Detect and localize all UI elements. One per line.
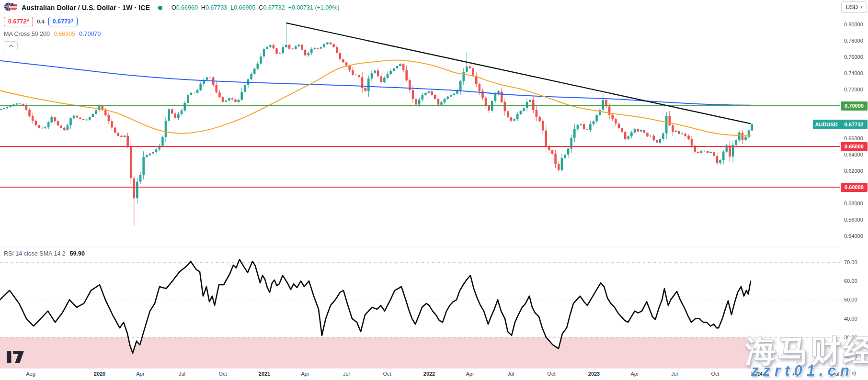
symbol-title: Australian Dollar / U.S. Dollar · 1W · I… xyxy=(22,4,150,11)
price-tick-0.80000: 0.80000 xyxy=(844,22,863,27)
ma200-value: 0.70070 xyxy=(79,31,101,37)
time-label-Aug: Aug xyxy=(26,371,35,377)
time-label-Jul: Jul xyxy=(671,371,678,377)
rsi-tick-40.00: 40.00 xyxy=(844,316,857,322)
time-label-Oct: Oct xyxy=(383,371,391,377)
time-label-2021: 2021 xyxy=(259,371,270,377)
time-label-Apr: Apr xyxy=(630,371,639,377)
time-axis[interactable]: Aug2020AprJulOct2021AprJulOct2022AprJulO… xyxy=(0,369,868,380)
currency-label: USD xyxy=(846,4,858,11)
time-label-2020: 2020 xyxy=(94,371,105,377)
rsi-indicator-label: RSI 14 close SMA 14 2 xyxy=(4,250,66,257)
ohlc-readout: O0.66960 H0.67733 L0.66905 C0.67732 +0.0… xyxy=(171,4,340,11)
pair-flags-icon xyxy=(4,2,18,13)
time-label-Jul: Jul xyxy=(507,371,514,377)
last-price-value: 0.67732 xyxy=(840,120,868,129)
rsi-current-value: 59.90 xyxy=(70,250,85,257)
price-tick-0.66000: 0.66000 xyxy=(844,135,863,141)
last-price-badge: AUDUSD0.67732 xyxy=(813,120,868,129)
rsi-tick-70.00: 70.00 xyxy=(844,259,857,265)
ma200-line xyxy=(0,61,751,105)
candles-series xyxy=(0,24,753,226)
time-label-Oct: Oct xyxy=(218,371,227,377)
ma-cross-label: MA Cross 50 200 xyxy=(4,31,50,37)
price-tick-0.58000: 0.58000 xyxy=(844,201,863,206)
price-tick-0.78000: 0.78000 xyxy=(844,38,863,44)
ma-cross-legend: MA Cross 50 200 0.66305 0.70070 xyxy=(4,31,339,37)
price-chart-canvas[interactable] xyxy=(0,0,868,380)
rsi-pane xyxy=(0,259,840,369)
level-badge-0.65000: 0.65000 xyxy=(841,142,868,151)
watermark-url: zzrt01.cn xyxy=(751,362,854,380)
symbol-legend: Australian Dollar / U.S. Dollar · 1W · I… xyxy=(4,2,339,50)
descending-trendline xyxy=(286,23,751,124)
tradingview-chart-window: Australian Dollar / U.S. Dollar · 1W · I… xyxy=(0,0,868,380)
time-label-Jul: Jul xyxy=(343,371,350,377)
price-tick-0.62000: 0.62000 xyxy=(844,168,863,174)
market-status-dot xyxy=(158,6,162,10)
rsi-tick-50.00: 50.00 xyxy=(844,297,857,302)
time-label-2022: 2022 xyxy=(423,371,435,377)
price-axis[interactable]: 0.800000.780000.760000.740000.720000.680… xyxy=(840,0,868,369)
buy-price-button[interactable]: 0.67733 xyxy=(48,17,78,26)
price-tick-0.54000: 0.54000 xyxy=(844,233,863,239)
price-tick-0.64000: 0.64000 xyxy=(844,152,863,157)
axis-currency-selector[interactable]: USD ▾ xyxy=(841,1,867,13)
collapse-legend-button[interactable] xyxy=(4,41,18,50)
time-label-Oct: Oct xyxy=(711,371,719,377)
rsi-legend: RSI 14 close SMA 14 2 59.90 xyxy=(4,250,85,257)
sell-price-button[interactable]: 0.67729 xyxy=(4,17,33,26)
time-label-2023: 2023 xyxy=(588,371,600,377)
price-tick-0.56000: 0.56000 xyxy=(844,217,863,223)
last-price-symbol: AUDUSD xyxy=(813,120,840,129)
tradingview-logo[interactable] xyxy=(7,351,25,365)
price-tick-0.74000: 0.74000 xyxy=(844,70,863,76)
time-label-Apr: Apr xyxy=(301,371,309,377)
level-badge-0.60000: 0.60000 xyxy=(841,183,868,192)
level-badge-0.70000: 0.70000 xyxy=(841,101,868,111)
rsi-tick-60.00: 60.00 xyxy=(844,278,857,284)
price-tick-0.76000: 0.76000 xyxy=(844,54,863,60)
time-label-Apr: Apr xyxy=(136,371,144,377)
ma50-value: 0.66305 xyxy=(54,31,75,37)
price-tick-0.72000: 0.72000 xyxy=(844,87,863,92)
time-label-Jul: Jul xyxy=(179,371,185,377)
change-readout: +0.00731 (+1.09%) xyxy=(288,4,339,11)
chevron-up-icon xyxy=(9,45,13,47)
spread-value: 0.4 xyxy=(37,19,44,24)
time-label-Oct: Oct xyxy=(547,371,555,377)
chevron-down-icon: ▾ xyxy=(860,5,863,10)
time-label-Apr: Apr xyxy=(466,371,474,377)
